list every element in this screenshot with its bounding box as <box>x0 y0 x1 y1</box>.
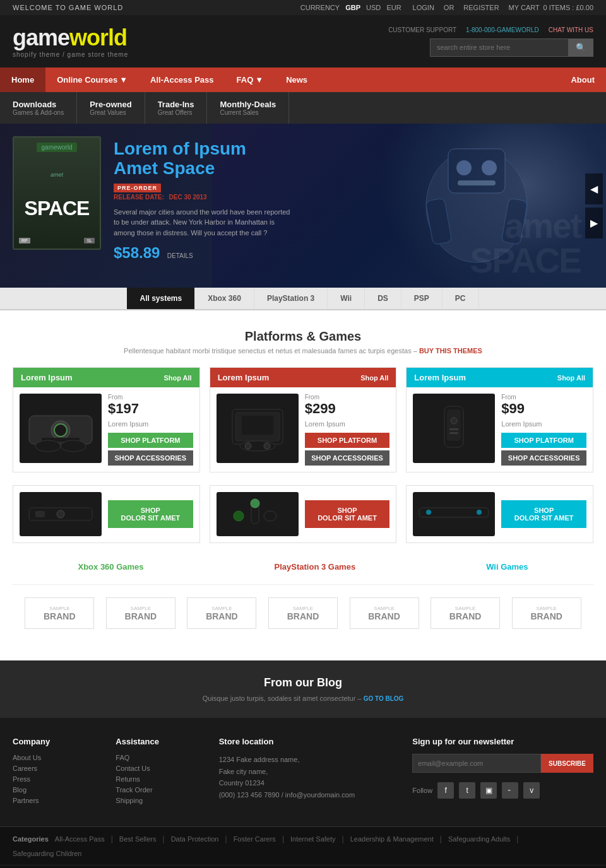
shop-all-wii[interactable]: Shop All <box>557 374 585 382</box>
footer-address2: Fake city name <box>219 768 266 775</box>
footer-careers[interactable]: Careers <box>13 765 103 772</box>
newsletter-input[interactable] <box>412 754 541 773</box>
footer-company: Company About Us Careers Press Blog Part… <box>13 737 103 807</box>
tab-all-systems[interactable]: All systems <box>127 288 195 309</box>
accessory-img-ps3 <box>217 492 299 536</box>
nav-all-access[interactable]: All-Access Pass <box>139 67 225 92</box>
cat-best-sellers[interactable]: Best Sellers <box>119 835 157 843</box>
shop-platform-ps3[interactable]: SHOP PLATFORM <box>305 433 390 448</box>
nav-news[interactable]: News <box>275 67 319 92</box>
cat-foster-carers[interactable]: Foster Carers <box>234 835 276 843</box>
tab-psp[interactable]: PSP <box>401 288 443 309</box>
search-button[interactable]: 🔍 <box>569 38 593 57</box>
wii-bar-svg <box>416 498 492 530</box>
vimeo-icon[interactable]: v <box>523 782 540 799</box>
shop-platform-wii[interactable]: SHOP PLATFORM <box>501 433 586 448</box>
footer-store-location: Store location 1234 Fake address name, F… <box>219 737 400 807</box>
currency-selector: CURRENCY GBP USD EUR <box>299 4 403 11</box>
newsletter-subscribe-button[interactable]: SUBSCRIBE <box>541 754 593 773</box>
rss-icon[interactable]: ╴ <box>502 782 518 799</box>
wii-games-link[interactable]: Wii Games <box>486 562 528 572</box>
flickr-icon[interactable]: ▣ <box>480 782 497 799</box>
tab-playstation3[interactable]: PlayStation 3 <box>254 288 328 309</box>
welcome-text: WELCOME TO GAME WORLD <box>13 4 123 11</box>
hero-details-link[interactable]: DETAILS <box>167 252 193 259</box>
svg-point-12 <box>61 440 86 452</box>
shop-dolor-xbox[interactable]: SHOPDOLOR SIT AMET <box>108 500 193 528</box>
cat-internet-safety[interactable]: Internet Safety <box>290 835 336 843</box>
cat-safeguarding-children[interactable]: Safeguarding Children <box>13 850 81 857</box>
login-link[interactable]: LOGIN <box>413 4 434 11</box>
footer-partners[interactable]: Partners <box>13 797 103 804</box>
facebook-icon[interactable]: f <box>437 782 454 799</box>
shop-accessories-xbox[interactable]: SHOP ACCESSORIES <box>108 450 193 466</box>
search-input[interactable] <box>430 38 569 57</box>
platforms-section: Platforms & Games Pellentesque habitant … <box>0 310 606 660</box>
shop-dolor-ps3[interactable]: SHOPDOLOR SIT AMET <box>305 500 390 528</box>
nav-online-courses[interactable]: Online Courses ▼ <box>45 67 139 92</box>
cat-data-protection[interactable]: Data Protection <box>171 835 219 843</box>
brand-6: SAMPLE BRAND <box>431 597 500 629</box>
follow-row: Follow f t ▣ ╴ v <box>412 782 593 799</box>
currency-gbp[interactable]: GBP <box>345 4 360 11</box>
footer-track[interactable]: Track Order <box>116 786 206 794</box>
cat-safeguarding-adults[interactable]: Safeguarding Adults <box>448 835 510 843</box>
footer-email[interactable]: info@yourdomain.com <box>285 791 355 799</box>
ps3-games-link[interactable]: PlayStation 3 Games <box>275 562 356 572</box>
shop-dolor-wii[interactable]: SHOPDOLOR SIT AMET <box>501 500 586 528</box>
footer-about[interactable]: About Us <box>13 754 103 761</box>
currency-label: CURRENCY <box>300 4 340 11</box>
wii-console-svg <box>419 403 489 454</box>
svg-rect-15 <box>242 416 273 435</box>
cat-all-access[interactable]: All-Access Pass <box>55 835 105 843</box>
brand-2: SAMPLE BRAND <box>106 597 175 629</box>
nav-home[interactable]: Home <box>0 67 45 92</box>
logo[interactable]: gameworld shopify theme / game store the… <box>13 25 128 58</box>
footer-returns[interactable]: Returns <box>116 775 206 783</box>
footer-shipping[interactable]: Shipping <box>116 797 206 804</box>
buy-themes-link[interactable]: BUY THIS THEMES <box>419 347 482 355</box>
platform-body-xbox: From $197 Lorem Ipsum SHOP PLATFORM SHOP… <box>13 387 199 472</box>
cat-leadership[interactable]: Leadership & Management <box>350 835 434 843</box>
blog-link[interactable]: GO TO BLOG <box>364 695 404 702</box>
platform-info-xbox: From $197 Lorem Ipsum SHOP PLATFORM SHOP… <box>108 394 193 466</box>
footer-contact[interactable]: Contact Us <box>116 765 206 772</box>
promo-tab-downloads[interactable]: Downloads Games & Add-ons <box>0 92 77 124</box>
tab-xbox360[interactable]: Xbox 360 <box>195 288 254 309</box>
shop-all-xbox[interactable]: Shop All <box>163 374 191 382</box>
twitter-icon[interactable]: t <box>459 782 475 799</box>
promo-tab-tradeins[interactable]: Trade-Ins Great Offers <box>145 92 208 124</box>
move-svg <box>220 498 295 530</box>
shop-platform-xbox[interactable]: SHOP PLATFORM <box>108 433 193 448</box>
tab-wii[interactable]: Wii <box>328 288 365 309</box>
footer-blog[interactable]: Blog <box>13 786 103 794</box>
tab-pc[interactable]: PC <box>443 288 479 309</box>
footer-address1: 1234 Fake address name <box>219 756 298 763</box>
cart-info[interactable]: MY CART 0 ITEMS: £0.00 <box>509 4 593 11</box>
platforms-grid: Lorem Ipsum Shop All From <box>13 367 593 472</box>
register-link[interactable]: REGISTER <box>463 4 499 11</box>
svg-rect-20 <box>447 409 461 441</box>
currency-usd[interactable]: USD <box>366 4 381 11</box>
tab-ds[interactable]: DS <box>365 288 401 309</box>
top-bar: WELCOME TO GAME WORLD CURRENCY GBP USD E… <box>0 0 606 15</box>
chat-link[interactable]: CHAT WITH US <box>549 26 593 33</box>
dropdown-arrow-icon-faq: ▼ <box>255 75 263 85</box>
nav-about[interactable]: About <box>559 67 606 92</box>
xbox-games-link[interactable]: Xbox 360 Games <box>78 562 143 572</box>
footer-press[interactable]: Press <box>13 775 103 783</box>
platform-info-wii: From $99 Lorem Ipsum SHOP PLATFORM SHOP … <box>501 394 586 466</box>
promo-tab-deals[interactable]: Monthly-Deals Current Sales <box>207 92 289 124</box>
shop-accessories-ps3[interactable]: SHOP ACCESSORIES <box>305 450 390 466</box>
nav-faq[interactable]: FAQ ▼ <box>225 67 275 92</box>
blog-title: From our Blog <box>13 676 593 689</box>
promo-tab-preowned[interactable]: Pre-owned Great Values <box>77 92 145 124</box>
hero-prev-button[interactable]: ◀ <box>585 173 603 204</box>
hero-next-button[interactable]: ▶ <box>585 208 603 238</box>
shop-all-ps3[interactable]: Shop All <box>360 374 388 382</box>
shop-accessories-wii[interactable]: SHOP ACCESSORIES <box>501 450 586 466</box>
footer-categories: Categories All-Access Pass | Best Seller… <box>0 826 606 865</box>
currency-eur[interactable]: EUR <box>386 4 401 11</box>
svg-point-18 <box>264 443 270 449</box>
footer-faq[interactable]: FAQ <box>116 754 206 761</box>
